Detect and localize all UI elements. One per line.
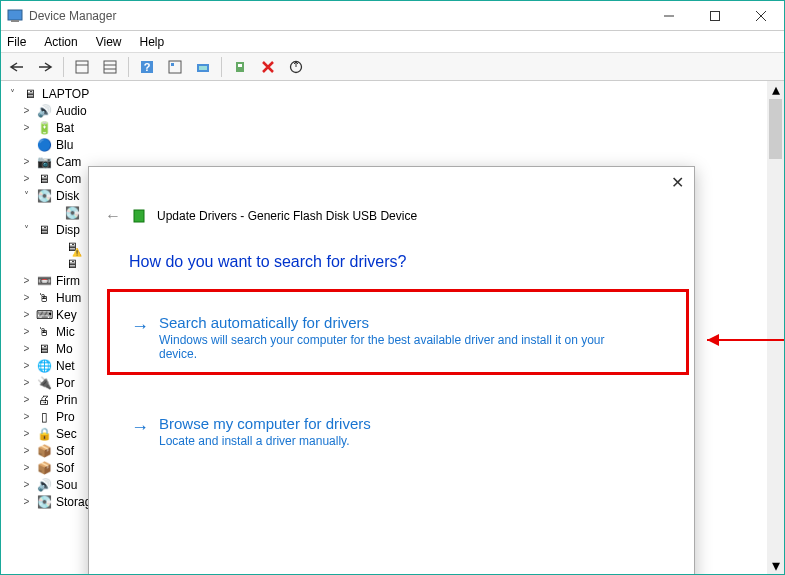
expand-icon[interactable]: > [21, 428, 32, 439]
expand-icon[interactable]: > [21, 479, 32, 490]
device-icon [131, 208, 147, 224]
disk-icon: 💽 [64, 205, 80, 221]
svg-rect-0 [8, 10, 22, 20]
tree-item-label: Sof [56, 444, 74, 458]
expand-icon[interactable]: > [21, 326, 32, 337]
device-type-icon: 🖱 [36, 290, 52, 306]
tool-help[interactable]: ? [135, 56, 159, 78]
svg-rect-3 [711, 11, 720, 20]
toolbar-separator [128, 57, 129, 77]
update-drivers-dialog: ✕ ← Update Drivers - Generic Flash Disk … [88, 166, 695, 575]
tool-view[interactable] [98, 56, 122, 78]
tree-item[interactable]: >🔊Audio [7, 102, 784, 119]
expand-icon[interactable]: > [21, 445, 32, 456]
device-type-icon: 📦 [36, 460, 52, 476]
svg-rect-6 [76, 61, 88, 73]
dialog-close-button[interactable]: ✕ [671, 173, 684, 192]
tree-item-label: Audio [56, 104, 87, 118]
svg-rect-1 [11, 20, 19, 22]
expand-icon[interactable]: > [21, 309, 32, 320]
option-title: Search automatically for drivers [159, 314, 629, 331]
tree-item[interactable]: 🔵Blu [7, 136, 784, 153]
menu-file[interactable]: File [7, 35, 26, 49]
expand-icon[interactable]: > [21, 496, 32, 507]
tree-item-label: Blu [56, 138, 73, 152]
window-title: Device Manager [29, 9, 646, 23]
tree-item-label: Sof [56, 461, 74, 475]
tool-scan[interactable] [191, 56, 215, 78]
menu-action[interactable]: Action [44, 35, 77, 49]
computer-icon: 🖥 [22, 86, 38, 102]
expand-icon[interactable]: > [21, 105, 32, 116]
tree-item-label: Por [56, 376, 75, 390]
forward-button[interactable] [33, 56, 57, 78]
svg-rect-8 [104, 61, 116, 73]
tree-item-label: Firm [56, 274, 80, 288]
tree-item-label: Sec [56, 427, 77, 441]
vertical-scrollbar[interactable]: ▴ ▾ [767, 81, 784, 574]
expand-icon[interactable]: ˅ [21, 224, 32, 235]
tree-root-label: LAPTOP [42, 87, 89, 101]
svg-text:?: ? [144, 61, 151, 73]
device-type-icon: ▯ [36, 409, 52, 425]
device-type-icon: 📼 [36, 273, 52, 289]
expand-icon[interactable]: ˅ [21, 190, 32, 201]
menu-bar: File Action View Help [1, 31, 784, 53]
app-icon [7, 8, 23, 24]
tool-details[interactable] [163, 56, 187, 78]
expand-icon[interactable]: > [21, 156, 32, 167]
tool-install[interactable] [228, 56, 252, 78]
svg-rect-18 [238, 64, 242, 67]
expand-icon[interactable]: > [21, 360, 32, 371]
dialog-header: ← Update Drivers - Generic Flash Disk US… [105, 207, 417, 225]
tool-uninstall[interactable] [256, 56, 280, 78]
scroll-thumb[interactable] [769, 99, 782, 159]
scroll-down-icon[interactable]: ▾ [767, 557, 784, 574]
device-type-icon: 🖥 [36, 341, 52, 357]
device-type-icon: 🖥 [36, 171, 52, 187]
toolbar: ? [1, 53, 784, 81]
device-type-icon: ⌨ [36, 307, 52, 323]
device-type-icon: 🔵 [36, 137, 52, 153]
expand-icon[interactable]: > [21, 462, 32, 473]
menu-help[interactable]: Help [140, 35, 165, 49]
tree-item[interactable]: >🔋Bat [7, 119, 784, 136]
minimize-button[interactable] [646, 1, 692, 31]
option-title: Browse my computer for drivers [159, 415, 371, 432]
expand-icon[interactable]: > [21, 292, 32, 303]
svg-rect-13 [169, 61, 181, 73]
browse-computer-option[interactable]: → Browse my computer for drivers Locate … [131, 415, 371, 448]
tree-root[interactable]: ˅ 🖥 LAPTOP [7, 85, 784, 102]
scroll-up-icon[interactable]: ▴ [767, 81, 784, 98]
expand-icon[interactable]: > [21, 173, 32, 184]
maximize-button[interactable] [692, 1, 738, 31]
device-type-icon: 📦 [36, 443, 52, 459]
tree-item-label: Pro [56, 410, 75, 424]
menu-view[interactable]: View [96, 35, 122, 49]
svg-rect-16 [199, 66, 207, 70]
close-button[interactable] [738, 1, 784, 31]
tool-show-hide[interactable] [70, 56, 94, 78]
device-type-icon: 🔌 [36, 375, 52, 391]
device-type-icon: 💽 [36, 494, 52, 510]
tree-item-label: Disk [56, 189, 79, 203]
device-type-icon: 🖱 [36, 324, 52, 340]
option-subtitle: Windows will search your computer for th… [159, 333, 629, 361]
expand-icon[interactable]: > [21, 122, 32, 133]
arrow-right-icon: → [131, 417, 149, 438]
tree-item-label: Net [56, 359, 75, 373]
tree-item-label: Cam [56, 155, 81, 169]
expand-icon[interactable]: > [21, 394, 32, 405]
tree-item-label: Com [56, 172, 81, 186]
device-type-icon: 🖨 [36, 392, 52, 408]
search-automatically-option[interactable]: → Search automatically for drivers Windo… [131, 314, 629, 361]
tree-item-label: Hum [56, 291, 81, 305]
expand-icon[interactable]: ˅ [7, 88, 18, 99]
expand-icon[interactable]: > [21, 411, 32, 422]
expand-icon[interactable]: > [21, 343, 32, 354]
back-button[interactable] [5, 56, 29, 78]
dialog-back-icon[interactable]: ← [105, 207, 121, 225]
expand-icon[interactable]: > [21, 377, 32, 388]
expand-icon[interactable]: > [21, 275, 32, 286]
tool-update[interactable] [284, 56, 308, 78]
